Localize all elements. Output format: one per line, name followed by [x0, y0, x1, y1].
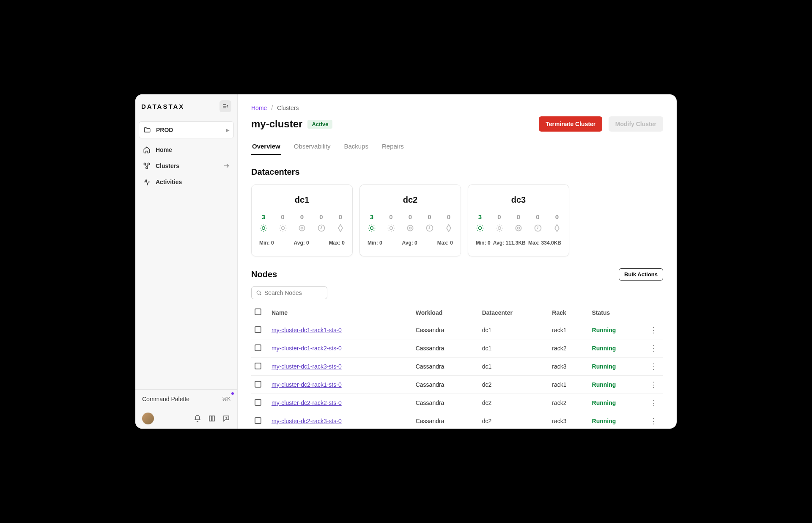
- docs-button[interactable]: [208, 414, 216, 423]
- row-more-button[interactable]: ⋮: [650, 326, 657, 334]
- nodes-heading: Nodes: [251, 270, 277, 279]
- node-workload: Cassandra: [412, 321, 479, 339]
- search-input[interactable]: [264, 289, 323, 296]
- column-datacenter[interactable]: Datacenter: [479, 304, 549, 321]
- node-status: Running: [589, 339, 646, 358]
- dc-min: Min: 0: [476, 240, 491, 246]
- column-rack[interactable]: Rack: [549, 304, 588, 321]
- status-badge: Active: [307, 120, 332, 129]
- book-icon: [208, 415, 216, 422]
- node-name-link[interactable]: my-cluster-dc2-rack1-sts-0: [272, 381, 342, 388]
- datacenter-card[interactable]: dc2 30000 Min: 0Avg: 0Max: 0: [359, 184, 461, 256]
- dc-stat: 3: [259, 213, 268, 232]
- row-checkbox[interactable]: [255, 344, 261, 351]
- node-status: Running: [589, 358, 646, 376]
- dc-stat: 0: [425, 213, 434, 232]
- row-more-button[interactable]: ⋮: [650, 344, 657, 352]
- home-icon: [143, 146, 151, 154]
- avatar[interactable]: [142, 413, 154, 424]
- dc-name: dc2: [368, 195, 453, 205]
- dc-avg: Avg: 0: [402, 240, 417, 246]
- tab-observability[interactable]: Observability: [293, 138, 332, 155]
- page-title: my-cluster: [251, 118, 302, 130]
- dc-stat: 0: [495, 213, 504, 232]
- sidebar-item-label: Clusters: [156, 162, 179, 169]
- feedback-button[interactable]: [222, 414, 230, 423]
- node-status: Running: [589, 321, 646, 339]
- bulk-actions-button[interactable]: Bulk Actions: [619, 268, 663, 281]
- node-name-link[interactable]: my-cluster-dc1-rack2-sts-0: [272, 345, 342, 352]
- command-palette-shortcut: ⌘K: [222, 396, 230, 402]
- search-nodes[interactable]: [251, 286, 327, 299]
- tab-backups[interactable]: Backups: [343, 138, 369, 155]
- sidebar-item-home[interactable]: Home: [139, 142, 234, 158]
- column-status[interactable]: Status: [589, 304, 646, 321]
- node-name-link[interactable]: my-cluster-dc2-rack2-sts-0: [272, 399, 342, 406]
- clusters-icon: [143, 162, 151, 170]
- status-icon: [425, 224, 434, 232]
- modify-cluster-button: Modify Cluster: [609, 116, 663, 132]
- breadcrumb-home[interactable]: Home: [251, 105, 267, 111]
- dc-name: dc1: [259, 195, 345, 205]
- table-row: my-cluster-dc1-rack1-sts-0 Cassandra dc1…: [251, 321, 663, 339]
- dc-stat: 3: [476, 213, 484, 232]
- node-dc: dc1: [479, 339, 549, 358]
- row-more-button[interactable]: ⋮: [650, 380, 657, 389]
- row-more-button[interactable]: ⋮: [650, 362, 657, 371]
- sidebar-item-clusters[interactable]: Clusters: [139, 158, 234, 174]
- row-checkbox[interactable]: [255, 399, 261, 406]
- status-icon: [279, 224, 287, 232]
- dc-max: Max: 334.0KB: [528, 240, 561, 246]
- dc-stat: 0: [406, 213, 414, 232]
- row-checkbox[interactable]: [255, 363, 261, 369]
- datacenter-card[interactable]: dc3 30000 Min: 0Avg: 111.3KBMax: 334.0KB: [468, 184, 569, 256]
- tab-repairs[interactable]: Repairs: [381, 138, 405, 155]
- row-checkbox[interactable]: [255, 417, 261, 424]
- node-dc: dc1: [479, 358, 549, 376]
- table-row: my-cluster-dc1-rack3-sts-0 Cassandra dc1…: [251, 358, 663, 376]
- svg-point-11: [262, 227, 265, 230]
- command-palette-label: Command Palette: [142, 396, 189, 402]
- node-name-link[interactable]: my-cluster-dc2-rack3-sts-0: [272, 418, 342, 424]
- row-checkbox[interactable]: [255, 326, 261, 333]
- column-name[interactable]: Name: [268, 304, 412, 321]
- datacenter-card[interactable]: dc1 30000 Min: 0Avg: 0Max: 0: [251, 184, 353, 256]
- notifications-button[interactable]: [193, 414, 202, 423]
- sidebar-item-activities[interactable]: Activities: [139, 174, 234, 190]
- table-row: my-cluster-dc2-rack3-sts-0 Cassandra dc2…: [251, 412, 663, 429]
- node-workload: Cassandra: [412, 376, 479, 394]
- folder-icon: [143, 126, 151, 134]
- main-content: Home / Clusters my-cluster Active Termin…: [238, 94, 677, 429]
- select-all-checkbox[interactable]: [255, 308, 261, 315]
- node-name-link[interactable]: my-cluster-dc1-rack1-sts-0: [272, 327, 342, 333]
- status-icon: [317, 224, 326, 232]
- env-selector[interactable]: PROD ▸: [139, 121, 234, 138]
- status-icon: [534, 224, 542, 232]
- row-more-button[interactable]: ⋮: [650, 399, 657, 407]
- svg-point-23: [516, 225, 521, 231]
- search-icon: [256, 289, 262, 296]
- node-name-link[interactable]: my-cluster-dc1-rack3-sts-0: [272, 363, 342, 370]
- dc-stat: 0: [387, 213, 395, 232]
- collapse-sidebar-button[interactable]: [219, 100, 231, 112]
- status-icon: [259, 224, 268, 232]
- status-icon: [553, 224, 561, 232]
- command-palette-button[interactable]: Command Palette ⌘K: [135, 390, 237, 408]
- env-label: PROD: [156, 127, 173, 133]
- dc-stat: 0: [553, 213, 561, 232]
- svg-point-14: [301, 227, 303, 229]
- terminate-cluster-button[interactable]: Terminate Cluster: [539, 116, 602, 132]
- status-icon: [387, 224, 395, 232]
- datacenter-cards: dc1 30000 Min: 0Avg: 0Max: 0dc2 30000 Mi…: [251, 184, 663, 256]
- status-icon: [495, 224, 504, 232]
- row-more-button[interactable]: ⋮: [650, 417, 657, 425]
- column-workload[interactable]: Workload: [412, 304, 479, 321]
- row-checkbox[interactable]: [255, 381, 261, 388]
- dc-avg: Avg: 0: [294, 240, 309, 246]
- tab-overview[interactable]: Overview: [251, 138, 281, 155]
- dc-max: Max: 0: [437, 240, 453, 246]
- node-rack: rack1: [549, 376, 588, 394]
- dc-max: Max: 0: [329, 240, 345, 246]
- node-status: Running: [589, 394, 646, 412]
- dc-stat: 0: [514, 213, 523, 232]
